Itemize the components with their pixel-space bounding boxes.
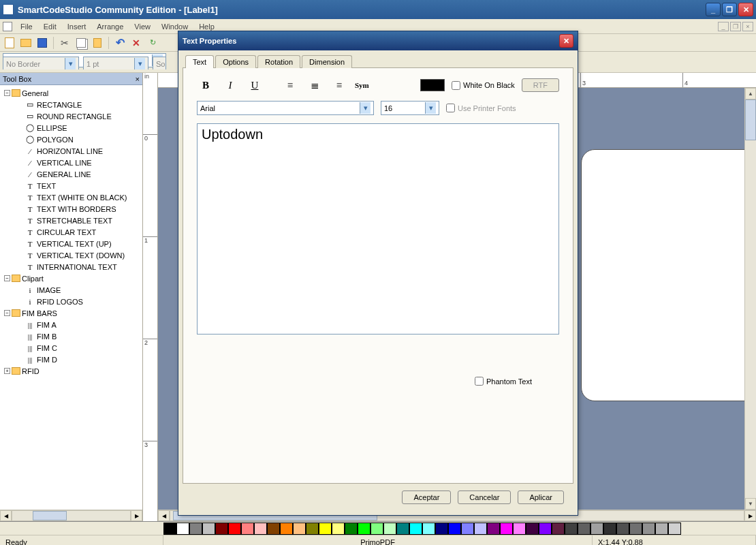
color-swatch[interactable] (189, 523, 202, 535)
paste-button[interactable] (91, 36, 104, 50)
tree-item-round-rectangle[interactable]: ▭ROUND RECTANGLE (1, 110, 141, 122)
tab-options[interactable]: Options (215, 55, 256, 68)
color-swatch[interactable] (435, 523, 448, 535)
underline-button[interactable]: U (246, 78, 264, 93)
color-swatch[interactable] (578, 523, 590, 535)
delete-button[interactable]: ✕ (129, 36, 143, 50)
canvas-vscroll[interactable]: ▲▼ (744, 88, 756, 510)
dialog-size-combo[interactable]: 16 ▾ (381, 101, 439, 115)
color-swatch[interactable] (319, 523, 332, 535)
color-swatch[interactable] (345, 523, 358, 535)
color-swatch[interactable] (616, 523, 629, 535)
tree-item-vertical-text-up-[interactable]: TVERTICAL TEXT (UP) (1, 238, 141, 249)
symbol-button[interactable]: Sym (355, 78, 369, 93)
tab-text[interactable]: Text (185, 55, 214, 68)
align-left-button[interactable]: ≡ (281, 78, 299, 93)
color-swatch[interactable] (383, 523, 396, 535)
tree-item-stretchable-text[interactable]: TSTRETCHABLE TEXT (1, 215, 141, 226)
color-swatch[interactable] (474, 523, 487, 535)
tree-item-text[interactable]: TTEXT (1, 180, 141, 191)
menu-insert[interactable]: Insert (62, 21, 92, 32)
tab-dimension[interactable]: Dimension (302, 55, 352, 68)
color-swatch[interactable] (642, 523, 655, 535)
color-swatch[interactable] (396, 523, 409, 535)
expand-icon[interactable]: + (4, 368, 10, 374)
tree-item-polygon[interactable]: ◯POLYGON (1, 134, 141, 145)
menu-edit[interactable]: Edit (38, 21, 62, 32)
minimize-button[interactable]: _ (706, 3, 721, 16)
apply-button[interactable]: Aplicar (518, 490, 564, 504)
dialog-close-button[interactable]: ✕ (559, 34, 573, 48)
use-printer-fonts-checkbox[interactable]: Use Printer Fonts (446, 104, 516, 112)
align-center-button[interactable]: ≣ (306, 78, 324, 93)
color-swatch[interactable] (254, 523, 267, 535)
maximize-button[interactable]: ❐ (722, 3, 737, 16)
mdi-restore[interactable]: ❐ (730, 22, 741, 31)
new-button[interactable] (3, 36, 16, 50)
tree-group-rfid[interactable]: + RFID (1, 365, 141, 377)
label-paper[interactable] (581, 149, 744, 401)
mdi-close[interactable]: × (742, 22, 753, 31)
use-printer-fonts-input[interactable] (446, 104, 455, 112)
rtf-button[interactable]: RTF (522, 78, 559, 92)
toolbox-tree[interactable]: − General▭RECTANGLE▭ROUND RECTANGLE◯ELLI… (0, 85, 142, 510)
menu-arrange[interactable]: Arrange (91, 21, 129, 32)
expand-icon[interactable]: − (4, 310, 10, 316)
color-swatch[interactable] (539, 523, 552, 535)
color-swatch[interactable] (306, 523, 319, 535)
color-swatch[interactable] (526, 523, 539, 535)
color-swatch[interactable] (358, 523, 371, 535)
border-combo[interactable]: No Border ▾ (3, 57, 79, 71)
tree-item-fim-a[interactable]: |||FIM A (1, 319, 141, 330)
expand-icon[interactable]: − (4, 90, 10, 96)
tree-item-ellipse[interactable]: ◯ELLIPSE (1, 122, 141, 134)
tree-item-general-line[interactable]: ⁄GENERAL LINE (1, 168, 141, 180)
color-swatch[interactable] (448, 523, 461, 535)
white-on-black-input[interactable] (452, 81, 460, 90)
style-combo[interactable]: So (153, 57, 166, 71)
open-button[interactable] (19, 36, 33, 50)
tree-item-text-white-on-black-[interactable]: TTEXT (WHITE ON BLACK) (1, 191, 141, 203)
color-swatch[interactable] (241, 523, 254, 535)
color-swatch[interactable] (461, 523, 474, 535)
dialog-titlebar[interactable]: Text Properties ✕ (178, 31, 578, 50)
tree-item-vertical-text-down-[interactable]: TVERTICAL TEXT (DOWN) (1, 249, 141, 261)
text-color-swatch[interactable] (420, 79, 445, 91)
save-button[interactable] (35, 36, 49, 50)
tree-item-international-text[interactable]: TINTERNATIONAL TEXT (1, 261, 141, 272)
cut-button[interactable]: ✂ (58, 36, 72, 50)
tab-rotation[interactable]: Rotation (257, 55, 300, 68)
tree-group-fim-bars[interactable]: − FIM BARS (1, 307, 141, 319)
color-swatch[interactable] (176, 523, 189, 535)
menu-file[interactable]: File (15, 21, 38, 32)
ok-button[interactable]: Aceptar (402, 490, 451, 504)
color-swatch[interactable] (409, 523, 422, 535)
tree-item-rectangle[interactable]: ▭RECTANGLE (1, 99, 141, 110)
copy-button[interactable] (74, 36, 88, 50)
color-swatch[interactable] (422, 523, 435, 535)
align-right-button[interactable]: ≡ (330, 78, 348, 93)
color-swatch[interactable] (228, 523, 241, 535)
color-swatch[interactable] (513, 523, 526, 535)
refresh-button[interactable]: ↻ (146, 36, 159, 50)
mdi-minimize[interactable]: _ (718, 22, 729, 31)
color-swatch[interactable] (603, 523, 616, 535)
tree-group-general[interactable]: − General (1, 87, 141, 99)
color-swatch[interactable] (332, 523, 345, 535)
color-swatch[interactable] (293, 523, 306, 535)
undo-button[interactable]: ↶ (113, 36, 127, 50)
color-swatch[interactable] (487, 523, 500, 535)
weight-combo[interactable]: 1 pt ▾ (83, 57, 148, 71)
menu-view[interactable]: View (129, 21, 156, 32)
toolbox-hscroll[interactable]: ◀ ▶ (0, 510, 142, 521)
phantom-text-input[interactable] (475, 377, 484, 386)
white-on-black-checkbox[interactable]: White On Black (452, 81, 515, 90)
tree-item-vertical-line[interactable]: ⁄VERTICAL LINE (1, 157, 141, 168)
phantom-text-checkbox[interactable]: Phantom Text (475, 377, 532, 386)
expand-icon[interactable]: − (4, 275, 10, 281)
color-swatch[interactable] (655, 523, 668, 535)
bold-button[interactable]: B (197, 78, 215, 93)
color-swatch[interactable] (267, 523, 280, 535)
close-button[interactable]: ✕ (738, 3, 753, 16)
color-swatch[interactable] (202, 523, 215, 535)
